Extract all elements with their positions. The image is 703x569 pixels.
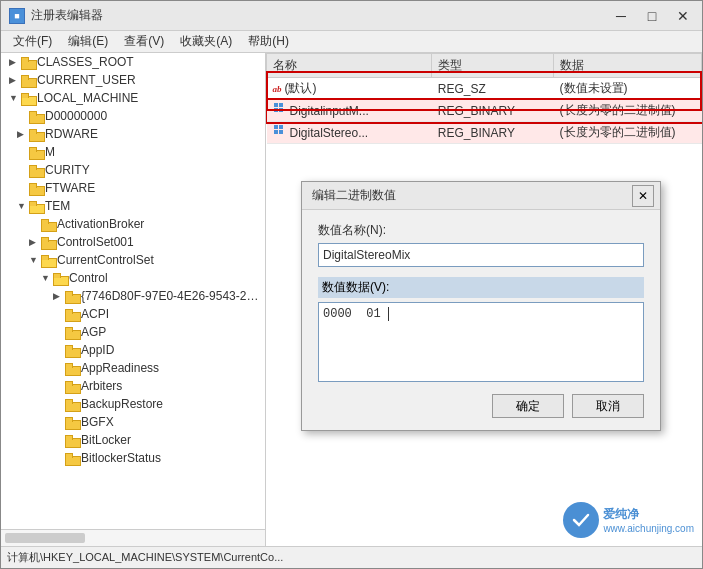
tree-item-bitlocker[interactable]: BitLocker bbox=[1, 431, 265, 449]
tree-item-arbiters[interactable]: Arbiters bbox=[1, 377, 265, 395]
dialog-name-input[interactable] bbox=[318, 243, 644, 267]
tree-label: CURRENT_USER bbox=[37, 73, 261, 87]
tree-label: LOCAL_MACHINE bbox=[37, 91, 261, 105]
main-window: ■ 注册表编辑器 ─ □ ✕ 文件(F) 编辑(E) 查看(V) 收藏夹(A) … bbox=[0, 0, 703, 569]
tree-item-guid[interactable]: ▶ {7746D80F-97E0-4E26-9543-26B41FC... bbox=[1, 287, 265, 305]
expand-icon: ▼ bbox=[29, 255, 39, 265]
folder-icon bbox=[65, 453, 79, 464]
menu-file[interactable]: 文件(F) bbox=[5, 31, 60, 52]
row-type: REG_BINARY bbox=[432, 122, 554, 144]
close-button[interactable]: ✕ bbox=[668, 2, 698, 30]
tree-label: AGP bbox=[81, 325, 261, 339]
tree-label: FTWARE bbox=[45, 181, 261, 195]
dialog-close-button[interactable]: ✕ bbox=[632, 185, 654, 207]
tree-label: ControlSet001 bbox=[57, 235, 261, 249]
svg-rect-1 bbox=[279, 103, 283, 107]
tree-label: Arbiters bbox=[81, 379, 261, 393]
folder-icon bbox=[21, 57, 35, 68]
svg-rect-0 bbox=[274, 103, 278, 107]
status-bar: 计算机\HKEY_LOCAL_MACHINE\SYSTEM\CurrentCo.… bbox=[1, 546, 702, 568]
folder-icon bbox=[21, 75, 35, 86]
tree-label: M bbox=[45, 145, 261, 159]
tree-content[interactable]: ▶ CLASSES_ROOT ▶ CURRENT_USER ▼ LOCAL_MA… bbox=[1, 53, 265, 529]
tree-item-local-machine[interactable]: ▼ LOCAL_MACHINE bbox=[1, 89, 265, 107]
tree-item-classes-root[interactable]: ▶ CLASSES_ROOT bbox=[1, 53, 265, 71]
tree-item-acpi[interactable]: ACPI bbox=[1, 305, 265, 323]
table-row-highlighted-2[interactable]: DigitalStereo... REG_BINARY (长度为零的二进制值) bbox=[267, 122, 702, 144]
svg-rect-5 bbox=[279, 125, 283, 129]
dialog-cancel-button[interactable]: 取消 bbox=[572, 394, 644, 418]
tree-item-appreadiness[interactable]: AppReadiness bbox=[1, 359, 265, 377]
dialog-body: 数值名称(N): 数值数据(V): 0000 01 确定 取消 bbox=[302, 210, 660, 430]
folder-icon bbox=[65, 399, 79, 410]
tree-item-control[interactable]: ▼ Control bbox=[1, 269, 265, 287]
expand-icon: ▼ bbox=[41, 273, 51, 283]
folder-icon bbox=[29, 183, 43, 194]
tree-item-m[interactable]: M bbox=[1, 143, 265, 161]
folder-icon bbox=[41, 237, 55, 248]
tree-label: BackupRestore bbox=[81, 397, 261, 411]
tree-label: Control bbox=[69, 271, 261, 285]
menu-help[interactable]: 帮助(H) bbox=[240, 31, 297, 52]
expand-icon: ▶ bbox=[9, 75, 19, 85]
tree-label: CURITY bbox=[45, 163, 261, 177]
menu-edit[interactable]: 编辑(E) bbox=[60, 31, 116, 52]
row-data: (长度为零的二进制值) bbox=[554, 122, 702, 144]
svg-rect-4 bbox=[274, 125, 278, 129]
col-header-data: 数据 bbox=[554, 54, 702, 78]
tree-item-controlset001[interactable]: ▶ ControlSet001 bbox=[1, 233, 265, 251]
maximize-button[interactable]: □ bbox=[637, 2, 667, 30]
tree-item-bitlocker-status[interactable]: BitlockerStatus bbox=[1, 449, 265, 467]
row-data: (长度为零的二进制值) bbox=[554, 100, 702, 122]
tree-item-appid[interactable]: AppID bbox=[1, 341, 265, 359]
tree-item-curity[interactable]: CURITY bbox=[1, 161, 265, 179]
folder-icon bbox=[65, 309, 79, 320]
row-type: REG_SZ bbox=[432, 78, 554, 100]
tree-item-rdware[interactable]: ▶ RDWARE bbox=[1, 125, 265, 143]
tree-label: TEM bbox=[45, 199, 261, 213]
window-title: 注册表编辑器 bbox=[31, 7, 103, 24]
col-header-type: 类型 bbox=[432, 54, 554, 78]
svg-rect-2 bbox=[274, 108, 278, 112]
row-type: REG_BINARY bbox=[432, 100, 554, 122]
tree-item-tem[interactable]: ▼ TEM bbox=[1, 197, 265, 215]
folder-icon bbox=[41, 255, 55, 266]
tree-label: AppID bbox=[81, 343, 261, 357]
row-name: DigitalinputM... bbox=[267, 100, 432, 122]
app-icon: ■ bbox=[9, 8, 25, 24]
cursor bbox=[388, 307, 389, 321]
tree-label: CurrentControlSet bbox=[57, 253, 261, 267]
tree-item-d00[interactable]: D00000000 bbox=[1, 107, 265, 125]
menu-favorites[interactable]: 收藏夹(A) bbox=[172, 31, 240, 52]
menu-view[interactable]: 查看(V) bbox=[116, 31, 172, 52]
minimize-button[interactable]: ─ bbox=[606, 2, 636, 30]
folder-icon bbox=[65, 435, 79, 446]
folder-icon bbox=[65, 363, 79, 374]
status-text: 计算机\HKEY_LOCAL_MACHINE\SYSTEM\CurrentCo.… bbox=[7, 550, 283, 565]
folder-icon bbox=[65, 381, 79, 392]
tree-item-current-control-set[interactable]: ▼ CurrentControlSet bbox=[1, 251, 265, 269]
tree-item-ftware[interactable]: FTWARE bbox=[1, 179, 265, 197]
dialog-data-area[interactable]: 0000 01 bbox=[318, 302, 644, 382]
dialog-name-label: 数值名称(N): bbox=[318, 222, 644, 239]
title-bar: ■ 注册表编辑器 ─ □ ✕ bbox=[1, 1, 702, 31]
tree-item-agp[interactable]: AGP bbox=[1, 323, 265, 341]
tree-item-backuprestore[interactable]: BackupRestore bbox=[1, 395, 265, 413]
tree-label: BGFX bbox=[81, 415, 261, 429]
folder-icon bbox=[29, 201, 43, 212]
tree-item-bgfx[interactable]: BGFX bbox=[1, 413, 265, 431]
tree-scrollbar[interactable] bbox=[1, 529, 265, 546]
table-row[interactable]: ab (默认) REG_SZ (数值未设置) bbox=[267, 78, 702, 100]
row-data: (数值未设置) bbox=[554, 78, 702, 100]
menu-bar: 文件(F) 编辑(E) 查看(V) 收藏夹(A) 帮助(H) bbox=[1, 31, 702, 53]
tree-item-current-user[interactable]: ▶ CURRENT_USER bbox=[1, 71, 265, 89]
tree-item-activation-broker[interactable]: ActivationBroker bbox=[1, 215, 265, 233]
table-row-highlighted-1[interactable]: DigitalinputM... REG_BINARY (长度为零的二进制值) bbox=[267, 100, 702, 122]
dialog-ok-button[interactable]: 确定 bbox=[492, 394, 564, 418]
row-name: DigitalStereo... bbox=[267, 122, 432, 144]
tree-label: D00000000 bbox=[45, 109, 261, 123]
dialog-buttons: 确定 取消 bbox=[318, 394, 644, 418]
tree-label: RDWARE bbox=[45, 127, 261, 141]
dialog-title-bar: 编辑二进制数值 ✕ bbox=[302, 182, 660, 210]
tree-label: ACPI bbox=[81, 307, 261, 321]
